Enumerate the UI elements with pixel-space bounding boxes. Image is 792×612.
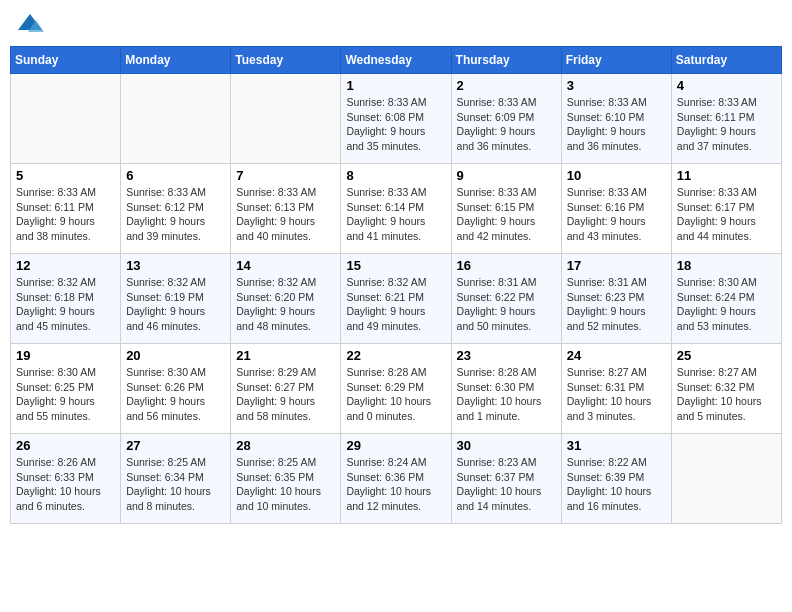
day-number: 19 xyxy=(16,348,115,363)
day-number: 21 xyxy=(236,348,335,363)
week-row-2: 5Sunrise: 8:33 AM Sunset: 6:11 PM Daylig… xyxy=(11,164,782,254)
day-cell: 29Sunrise: 8:24 AM Sunset: 6:36 PM Dayli… xyxy=(341,434,451,524)
day-number: 16 xyxy=(457,258,556,273)
day-number: 31 xyxy=(567,438,666,453)
day-info: Sunrise: 8:27 AM Sunset: 6:31 PM Dayligh… xyxy=(567,365,666,424)
day-cell: 19Sunrise: 8:30 AM Sunset: 6:25 PM Dayli… xyxy=(11,344,121,434)
day-info: Sunrise: 8:33 AM Sunset: 6:12 PM Dayligh… xyxy=(126,185,225,244)
day-cell xyxy=(11,74,121,164)
day-info: Sunrise: 8:31 AM Sunset: 6:22 PM Dayligh… xyxy=(457,275,556,334)
day-info: Sunrise: 8:33 AM Sunset: 6:08 PM Dayligh… xyxy=(346,95,445,154)
day-number: 1 xyxy=(346,78,445,93)
week-row-5: 26Sunrise: 8:26 AM Sunset: 6:33 PM Dayli… xyxy=(11,434,782,524)
day-cell: 31Sunrise: 8:22 AM Sunset: 6:39 PM Dayli… xyxy=(561,434,671,524)
day-info: Sunrise: 8:33 AM Sunset: 6:11 PM Dayligh… xyxy=(16,185,115,244)
day-cell: 25Sunrise: 8:27 AM Sunset: 6:32 PM Dayli… xyxy=(671,344,781,434)
day-cell: 21Sunrise: 8:29 AM Sunset: 6:27 PM Dayli… xyxy=(231,344,341,434)
day-number: 3 xyxy=(567,78,666,93)
day-info: Sunrise: 8:33 AM Sunset: 6:11 PM Dayligh… xyxy=(677,95,776,154)
day-number: 4 xyxy=(677,78,776,93)
logo xyxy=(14,10,44,38)
day-cell: 13Sunrise: 8:32 AM Sunset: 6:19 PM Dayli… xyxy=(121,254,231,344)
header-cell-thursday: Thursday xyxy=(451,47,561,74)
day-number: 9 xyxy=(457,168,556,183)
day-number: 30 xyxy=(457,438,556,453)
day-info: Sunrise: 8:32 AM Sunset: 6:18 PM Dayligh… xyxy=(16,275,115,334)
header-cell-monday: Monday xyxy=(121,47,231,74)
logo-icon xyxy=(16,10,44,38)
day-cell: 23Sunrise: 8:28 AM Sunset: 6:30 PM Dayli… xyxy=(451,344,561,434)
day-cell: 15Sunrise: 8:32 AM Sunset: 6:21 PM Dayli… xyxy=(341,254,451,344)
day-cell: 12Sunrise: 8:32 AM Sunset: 6:18 PM Dayli… xyxy=(11,254,121,344)
day-info: Sunrise: 8:29 AM Sunset: 6:27 PM Dayligh… xyxy=(236,365,335,424)
day-info: Sunrise: 8:27 AM Sunset: 6:32 PM Dayligh… xyxy=(677,365,776,424)
day-number: 8 xyxy=(346,168,445,183)
day-info: Sunrise: 8:33 AM Sunset: 6:15 PM Dayligh… xyxy=(457,185,556,244)
day-number: 17 xyxy=(567,258,666,273)
day-number: 27 xyxy=(126,438,225,453)
day-info: Sunrise: 8:32 AM Sunset: 6:20 PM Dayligh… xyxy=(236,275,335,334)
day-info: Sunrise: 8:28 AM Sunset: 6:30 PM Dayligh… xyxy=(457,365,556,424)
week-row-3: 12Sunrise: 8:32 AM Sunset: 6:18 PM Dayli… xyxy=(11,254,782,344)
day-info: Sunrise: 8:33 AM Sunset: 6:16 PM Dayligh… xyxy=(567,185,666,244)
day-cell: 18Sunrise: 8:30 AM Sunset: 6:24 PM Dayli… xyxy=(671,254,781,344)
day-cell xyxy=(671,434,781,524)
day-info: Sunrise: 8:28 AM Sunset: 6:29 PM Dayligh… xyxy=(346,365,445,424)
header-cell-tuesday: Tuesday xyxy=(231,47,341,74)
day-cell: 5Sunrise: 8:33 AM Sunset: 6:11 PM Daylig… xyxy=(11,164,121,254)
header-cell-friday: Friday xyxy=(561,47,671,74)
day-cell: 10Sunrise: 8:33 AM Sunset: 6:16 PM Dayli… xyxy=(561,164,671,254)
day-cell: 14Sunrise: 8:32 AM Sunset: 6:20 PM Dayli… xyxy=(231,254,341,344)
day-number: 20 xyxy=(126,348,225,363)
day-cell: 8Sunrise: 8:33 AM Sunset: 6:14 PM Daylig… xyxy=(341,164,451,254)
page-header xyxy=(10,10,782,38)
day-number: 26 xyxy=(16,438,115,453)
day-info: Sunrise: 8:33 AM Sunset: 6:09 PM Dayligh… xyxy=(457,95,556,154)
day-number: 12 xyxy=(16,258,115,273)
calendar-body: 1Sunrise: 8:33 AM Sunset: 6:08 PM Daylig… xyxy=(11,74,782,524)
day-info: Sunrise: 8:32 AM Sunset: 6:19 PM Dayligh… xyxy=(126,275,225,334)
week-row-1: 1Sunrise: 8:33 AM Sunset: 6:08 PM Daylig… xyxy=(11,74,782,164)
day-info: Sunrise: 8:33 AM Sunset: 6:10 PM Dayligh… xyxy=(567,95,666,154)
day-info: Sunrise: 8:24 AM Sunset: 6:36 PM Dayligh… xyxy=(346,455,445,514)
day-number: 14 xyxy=(236,258,335,273)
day-number: 15 xyxy=(346,258,445,273)
day-cell: 11Sunrise: 8:33 AM Sunset: 6:17 PM Dayli… xyxy=(671,164,781,254)
day-number: 7 xyxy=(236,168,335,183)
day-cell: 17Sunrise: 8:31 AM Sunset: 6:23 PM Dayli… xyxy=(561,254,671,344)
day-number: 2 xyxy=(457,78,556,93)
day-info: Sunrise: 8:32 AM Sunset: 6:21 PM Dayligh… xyxy=(346,275,445,334)
day-number: 11 xyxy=(677,168,776,183)
week-row-4: 19Sunrise: 8:30 AM Sunset: 6:25 PM Dayli… xyxy=(11,344,782,434)
day-number: 24 xyxy=(567,348,666,363)
header-cell-wednesday: Wednesday xyxy=(341,47,451,74)
day-cell: 22Sunrise: 8:28 AM Sunset: 6:29 PM Dayli… xyxy=(341,344,451,434)
day-number: 23 xyxy=(457,348,556,363)
day-cell: 30Sunrise: 8:23 AM Sunset: 6:37 PM Dayli… xyxy=(451,434,561,524)
day-cell: 20Sunrise: 8:30 AM Sunset: 6:26 PM Dayli… xyxy=(121,344,231,434)
day-number: 22 xyxy=(346,348,445,363)
logo-text xyxy=(14,10,44,38)
header-row: SundayMondayTuesdayWednesdayThursdayFrid… xyxy=(11,47,782,74)
day-info: Sunrise: 8:26 AM Sunset: 6:33 PM Dayligh… xyxy=(16,455,115,514)
day-info: Sunrise: 8:25 AM Sunset: 6:34 PM Dayligh… xyxy=(126,455,225,514)
day-info: Sunrise: 8:30 AM Sunset: 6:24 PM Dayligh… xyxy=(677,275,776,334)
day-cell: 4Sunrise: 8:33 AM Sunset: 6:11 PM Daylig… xyxy=(671,74,781,164)
calendar-header: SundayMondayTuesdayWednesdayThursdayFrid… xyxy=(11,47,782,74)
day-cell: 16Sunrise: 8:31 AM Sunset: 6:22 PM Dayli… xyxy=(451,254,561,344)
day-cell: 27Sunrise: 8:25 AM Sunset: 6:34 PM Dayli… xyxy=(121,434,231,524)
header-cell-sunday: Sunday xyxy=(11,47,121,74)
day-info: Sunrise: 8:31 AM Sunset: 6:23 PM Dayligh… xyxy=(567,275,666,334)
day-info: Sunrise: 8:25 AM Sunset: 6:35 PM Dayligh… xyxy=(236,455,335,514)
day-cell: 3Sunrise: 8:33 AM Sunset: 6:10 PM Daylig… xyxy=(561,74,671,164)
day-number: 18 xyxy=(677,258,776,273)
day-number: 25 xyxy=(677,348,776,363)
day-info: Sunrise: 8:33 AM Sunset: 6:14 PM Dayligh… xyxy=(346,185,445,244)
day-cell: 7Sunrise: 8:33 AM Sunset: 6:13 PM Daylig… xyxy=(231,164,341,254)
day-info: Sunrise: 8:23 AM Sunset: 6:37 PM Dayligh… xyxy=(457,455,556,514)
day-number: 29 xyxy=(346,438,445,453)
day-number: 28 xyxy=(236,438,335,453)
day-cell: 2Sunrise: 8:33 AM Sunset: 6:09 PM Daylig… xyxy=(451,74,561,164)
header-cell-saturday: Saturday xyxy=(671,47,781,74)
day-cell: 28Sunrise: 8:25 AM Sunset: 6:35 PM Dayli… xyxy=(231,434,341,524)
